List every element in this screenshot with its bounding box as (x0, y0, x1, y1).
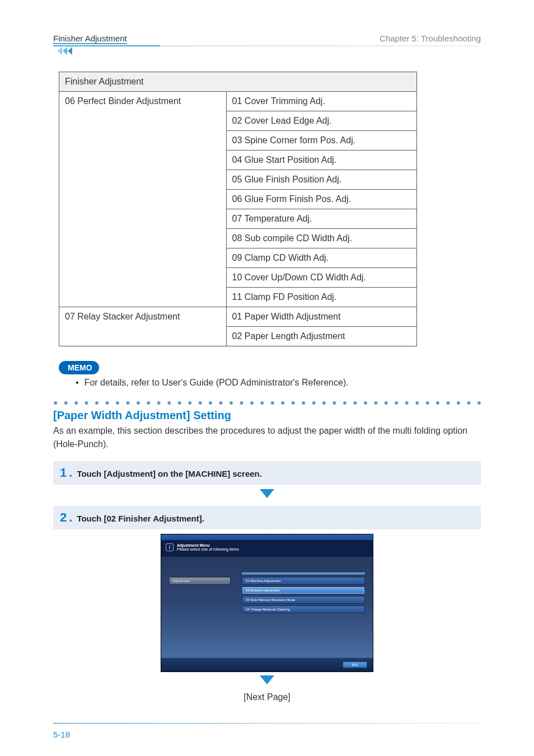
step-1-bar: 1. Touch [Adjustment] on the [MACHINE] s… (53, 461, 481, 485)
table-row: 08 Sub compile CD Width Adj. (226, 229, 416, 248)
screenshot-footer: Exit (161, 658, 373, 672)
table-row: 04 Glue Start Position Adj. (226, 151, 416, 170)
slow-memory-recovery-button[interactable]: 03 Slow Memory Recovery Mode (242, 596, 365, 604)
finisher-adjustment-button[interactable]: 02 Finisher Adjustment (242, 586, 365, 594)
next-page-label: [Next Page] (53, 692, 481, 702)
table-row: 02 Cover Lead Edge Adj. (226, 111, 416, 131)
svg-marker-0 (260, 489, 274, 498)
table-row: 11 Clamp FD Position Adj. (226, 288, 416, 307)
info-icon: i (166, 543, 174, 551)
table-row: 03 Spine Corner form Pos. Adj. (226, 131, 416, 151)
screenshot-header: i Adjustment Menu Please select one of f… (161, 540, 373, 557)
section-title: [Paper Width Adjustment] Setting (53, 409, 481, 422)
page-number: 5-18 (53, 730, 70, 739)
table-row: 07 Temperature Adj. (226, 209, 416, 229)
table-row: 05 Glue Finish Position Adj. (226, 170, 416, 190)
screenshot-titlebar (161, 534, 373, 540)
exit-button[interactable]: Exit (343, 661, 367, 668)
down-arrow-icon (53, 489, 481, 500)
adjustment-button[interactable]: Adjustment (169, 577, 231, 585)
table-row: 02 Paper Length Adjustment (226, 327, 416, 346)
down-arrow-icon (53, 675, 481, 687)
machine-adjustment-button[interactable]: 01 Machine Adjustment (242, 577, 365, 585)
step-number: 2 (60, 510, 67, 525)
screenshot-topline (242, 572, 365, 575)
footer-divider (53, 723, 481, 724)
header-chapter: Chapter 5: Troubleshooting (380, 34, 481, 43)
step-dot-icon: . (69, 466, 72, 480)
table-row: 10 Cover Up/Down CD Width Adj. (226, 268, 416, 288)
embedded-screenshot: i Adjustment Menu Please select one of f… (161, 534, 373, 672)
charge-reversal-cleaning-button[interactable]: 04 Charge Reversal Cleaning (242, 605, 365, 613)
section-description: As an example, this section describes th… (53, 424, 481, 451)
screenshot-title1: Adjustment Menu (177, 543, 239, 547)
step-text: Touch [Adjustment] on the [MACHINE] scre… (77, 469, 262, 478)
step-number: 1 (60, 466, 67, 480)
memo-badge: MEMO (59, 361, 99, 374)
memo-text: For details, refer to User's Guide (POD … (85, 378, 349, 388)
table-row: 01 Paper Width Adjustment (226, 307, 416, 327)
dot-divider: ●●●●●●●●●●●●●●●●●●●●●●●●●●●●●●●●●●●●●●●●… (53, 398, 481, 407)
table-group-left: 06 Perfect Binder Adjustment (59, 92, 227, 307)
step-text: Touch [02 Finisher Adjustment]. (77, 514, 204, 523)
finisher-adjustment-table: Finisher Adjustment 06 Perfect Binder Ad… (59, 72, 417, 346)
table-group-left: 07 Relay Stacker Adjustment (59, 307, 227, 346)
screenshot-title2: Please select one of following items (177, 547, 239, 551)
table-row: 06 Glue Form Finish Pos. Adj. (226, 190, 416, 209)
chevrons-left-icon (53, 47, 72, 55)
bullet-marker: • (76, 378, 79, 388)
svg-marker-1 (260, 675, 274, 684)
step-dot-icon: . (69, 510, 72, 525)
header-underline (53, 45, 481, 46)
step-2-bar: 2. Touch [02 Finisher Adjustment]. (53, 506, 481, 529)
table-row: 09 Clamp CD Width Adj. (226, 248, 416, 268)
table-row: 01 Cover Trimming Adj. (226, 92, 416, 111)
table-title: Finisher Adjustment (59, 72, 417, 92)
header-section-title: Finisher Adjustment (53, 34, 127, 44)
screenshot-body: Adjustment 01 Machine Adjustment 02 Fini… (161, 557, 373, 658)
